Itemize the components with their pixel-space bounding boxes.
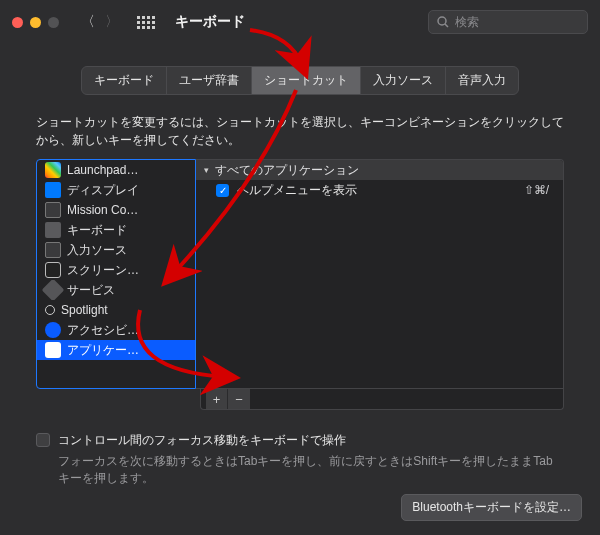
category-label: 入力ソース [67,242,127,259]
titlebar: 〈 〉 キーボード [0,0,600,44]
category-list[interactable]: Launchpad… ディスプレイ Mission Co… キーボード 入力ソー… [36,159,196,389]
entry-checkbox[interactable]: ✓ [216,184,229,197]
category-label: スクリーン… [67,262,139,279]
category-app-shortcuts[interactable]: アプリケー… [37,340,195,360]
tab-shortcuts[interactable]: ショートカット [252,67,361,94]
search-icon [437,16,449,28]
minimize-dot[interactable] [30,17,41,28]
shortcut-detail[interactable]: ▾ すべてのアプリケーション ✓ ヘルプメニューを表示 ⇧⌘/ [196,159,564,389]
category-input-sources[interactable]: 入力ソース [37,240,195,260]
category-launchpad[interactable]: Launchpad… [37,160,195,180]
category-screenshots[interactable]: スクリーン… [37,260,195,280]
category-accessibility[interactable]: アクセシビ… [37,320,195,340]
category-spotlight[interactable]: Spotlight [37,300,195,320]
tab-text[interactable]: ユーザ辞書 [167,67,252,94]
search-input[interactable] [455,15,575,29]
tab-bar: キーボード ユーザ辞書 ショートカット 入力ソース 音声入力 [0,66,600,95]
app-shortcuts-icon [45,342,61,358]
add-button[interactable]: + [206,389,228,409]
svg-line-1 [445,24,448,27]
pref-sublabel: フォーカスを次に移動するときはTabキーを押し、前に戻すときはShiftキーを押… [58,453,564,487]
keyboard-icon [45,222,61,238]
tab-keyboard[interactable]: キーボード [82,67,167,94]
category-label: Mission Co… [67,203,138,217]
window-controls [12,17,59,28]
svg-point-0 [438,17,446,25]
input-source-icon [45,242,61,258]
services-icon [42,280,65,300]
category-label: Launchpad… [67,163,138,177]
category-label: ディスプレイ [67,182,139,199]
mission-control-icon [45,202,61,218]
screenshot-icon [45,262,61,278]
display-icon [45,182,61,198]
back-button[interactable]: 〈 [81,13,95,31]
spotlight-icon [45,305,55,315]
pref-label: コントロール間のフォーカス移動をキーボードで操作 [58,432,564,449]
shortcut-panels: Launchpad… ディスプレイ Mission Co… キーボード 入力ソー… [36,159,564,389]
tab-input-sources[interactable]: 入力ソース [361,67,446,94]
entry-label: ヘルプメニューを表示 [237,182,516,199]
category-keyboard[interactable]: キーボード [37,220,195,240]
nav-back-forward: 〈 〉 [81,13,119,31]
forward-button[interactable]: 〉 [105,13,119,31]
add-remove-bar: + − [200,389,564,410]
page-title: キーボード [175,13,245,31]
shortcut-entry[interactable]: ✓ ヘルプメニューを表示 ⇧⌘/ [196,180,563,200]
disclosure-triangle-icon[interactable]: ▾ [204,165,209,175]
instructions: ショートカットを変更するには、ショートカットを選択し、キーコンビネーションをクリ… [0,95,600,159]
search-field[interactable] [428,10,588,34]
category-label: キーボード [67,222,127,239]
bluetooth-keyboard-button[interactable]: Bluetoothキーボードを設定… [401,494,582,521]
category-label: Spotlight [61,303,108,317]
maximize-dot[interactable] [48,17,59,28]
group-label: すべてのアプリケーション [215,162,359,179]
category-mission-control[interactable]: Mission Co… [37,200,195,220]
close-dot[interactable] [12,17,23,28]
category-services[interactable]: サービス [37,280,195,300]
tab-dictation[interactable]: 音声入力 [446,67,518,94]
category-label: アプリケー… [67,342,139,359]
focus-navigation-pref: コントロール間のフォーカス移動をキーボードで操作 フォーカスを次に移動するときは… [36,432,564,487]
entry-shortcut[interactable]: ⇧⌘/ [524,183,555,197]
category-label: サービス [67,282,115,299]
launchpad-icon [45,162,61,178]
show-all-icon[interactable] [137,16,155,29]
category-display[interactable]: ディスプレイ [37,180,195,200]
category-label: アクセシビ… [67,322,139,339]
pref-checkbox[interactable] [36,433,50,447]
remove-button[interactable]: − [228,389,250,409]
accessibility-icon [45,322,61,338]
group-all-applications[interactable]: ▾ すべてのアプリケーション [196,160,563,180]
